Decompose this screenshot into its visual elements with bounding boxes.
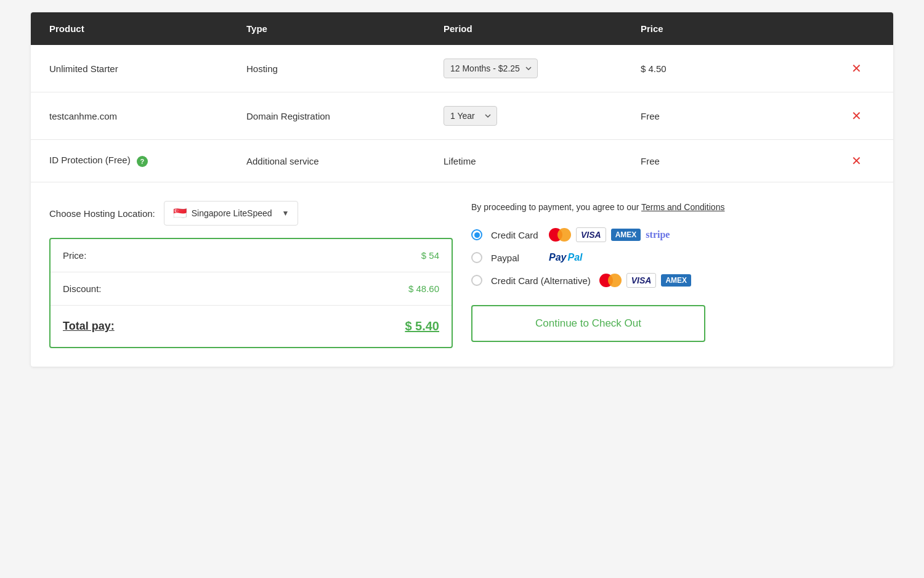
payment-option-credit-card-alt: Credit Card (Alternative) VISA AMEX xyxy=(471,273,875,288)
header-actions xyxy=(838,23,875,34)
period-select[interactable]: 1 Year 2 Years xyxy=(444,106,497,126)
radio-paypal[interactable] xyxy=(471,252,482,263)
location-value: Singapore LiteSpeed xyxy=(192,208,272,218)
product-price: $ 4.50 xyxy=(641,63,838,74)
mastercard-icon xyxy=(549,228,571,242)
table-header: Product Type Period Price xyxy=(31,12,893,45)
hosting-location-row: Choose Hosting Location: 🇸🇬 Singapore Li… xyxy=(49,201,453,226)
total-label: Total pay: xyxy=(63,320,115,333)
total-row: Total pay: $ 5.40 xyxy=(51,306,452,347)
header-product: Product xyxy=(49,23,246,34)
terms-link[interactable]: Terms and Conditions xyxy=(641,202,724,212)
remove-button[interactable]: ✕ xyxy=(838,153,875,168)
period-cell: Lifetime xyxy=(444,156,641,166)
payment-label-paypal: Paypal xyxy=(491,253,540,263)
credit-card-logos: VISA AMEX stripe xyxy=(549,227,670,242)
discount-row: Discount: $ 48.60 xyxy=(51,272,452,306)
table-row: Unlimited Starter Hosting 12 Months - $2… xyxy=(31,45,893,92)
visa-alt-icon: VISA xyxy=(626,273,657,288)
location-dropdown[interactable]: 🇸🇬 Singapore LiteSpeed ▼ xyxy=(164,201,299,226)
payment-label-credit-card: Credit Card xyxy=(491,230,540,240)
price-value: $ 54 xyxy=(421,250,439,261)
total-value: $ 5.40 xyxy=(405,319,439,333)
product-name: Unlimited Starter xyxy=(49,63,246,74)
header-price: Price xyxy=(641,23,838,34)
paypal-icon: PayPal xyxy=(549,252,582,263)
product-type: Domain Registration xyxy=(246,111,444,121)
period-cell: 1 Year 2 Years xyxy=(444,106,641,126)
amex-icon: AMEX xyxy=(611,229,641,241)
product-price: Free xyxy=(641,111,838,121)
table-row: testcanhme.com Domain Registration 1 Yea… xyxy=(31,92,893,140)
remove-button[interactable]: ✕ xyxy=(838,61,875,76)
visa-icon: VISA xyxy=(576,227,606,242)
payment-option-credit-card: Credit Card VISA AMEX stripe xyxy=(471,227,875,242)
discount-label: Discount: xyxy=(63,283,102,294)
period-select[interactable]: 12 Months - $2.25 1 Month - $4.50 24 Mon… xyxy=(444,59,538,78)
checkout-button[interactable]: Continue to Check Out xyxy=(471,305,705,342)
header-period: Period xyxy=(444,23,641,34)
price-row: Price: $ 54 xyxy=(51,239,452,272)
terms-text: By proceeding to payment, you agree to o… xyxy=(471,201,875,214)
hosting-location-label: Choose Hosting Location: xyxy=(49,208,155,219)
mastercard-alt-icon xyxy=(599,274,622,287)
amex-alt-icon: AMEX xyxy=(661,274,691,287)
product-name: testcanhme.com xyxy=(49,111,246,121)
main-container: Product Type Period Price Unlimited Star… xyxy=(31,12,893,367)
product-price: Free xyxy=(641,156,838,166)
bottom-section: Choose Hosting Location: 🇸🇬 Singapore Li… xyxy=(31,182,893,367)
table-row: ID Protection (Free) ? Additional servic… xyxy=(31,140,893,182)
flag-icon: 🇸🇬 xyxy=(173,206,187,220)
radio-credit-card-alt[interactable] xyxy=(471,275,482,286)
info-icon[interactable]: ? xyxy=(137,156,148,167)
price-box: Price: $ 54 Discount: $ 48.60 Total pay:… xyxy=(49,238,453,348)
discount-value: $ 48.60 xyxy=(408,283,439,294)
period-cell: 12 Months - $2.25 1 Month - $4.50 24 Mon… xyxy=(444,59,641,78)
chevron-down-icon: ▼ xyxy=(282,209,290,218)
header-type: Type xyxy=(246,23,444,34)
price-label: Price: xyxy=(63,250,86,261)
radio-credit-card[interactable] xyxy=(471,229,482,240)
remove-button[interactable]: ✕ xyxy=(838,108,875,123)
payment-label-credit-card-alt: Credit Card (Alternative) xyxy=(491,275,591,286)
payment-options: Credit Card VISA AMEX stripe Paypal xyxy=(471,227,875,288)
payment-option-paypal: Paypal PayPal xyxy=(471,252,875,263)
product-type: Additional service xyxy=(246,156,444,166)
product-type: Hosting xyxy=(246,63,444,74)
product-name: ID Protection (Free) ? xyxy=(49,155,246,166)
credit-card-alt-logos: VISA AMEX xyxy=(599,273,691,288)
stripe-icon: stripe xyxy=(646,229,670,240)
left-panel: Choose Hosting Location: 🇸🇬 Singapore Li… xyxy=(49,201,453,348)
paypal-logos: PayPal xyxy=(549,252,582,263)
right-panel: By proceeding to payment, you agree to o… xyxy=(471,201,875,348)
